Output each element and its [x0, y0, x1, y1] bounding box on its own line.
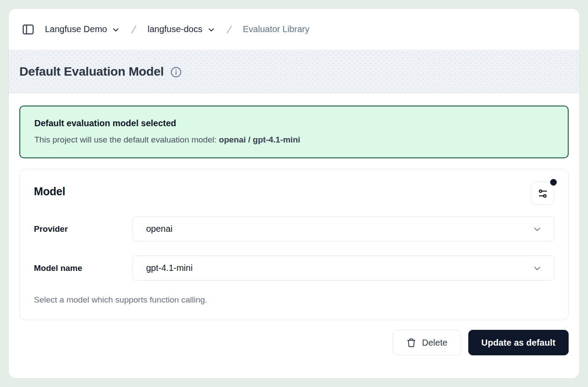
notification-dot	[550, 179, 557, 186]
provider-row: Provider openai	[34, 216, 554, 241]
slash-separator-icon	[224, 24, 235, 35]
model-card: Model Provider openai	[19, 169, 569, 320]
delete-button[interactable]: Delete	[393, 330, 461, 355]
provider-select[interactable]: openai	[132, 216, 554, 241]
model-name-row: Model name gpt-4.1-mini	[34, 256, 554, 281]
chevron-down-icon	[207, 26, 216, 34]
sliders-icon	[537, 188, 548, 199]
main-content: Default evaluation model selected This p…	[9, 93, 579, 378]
alert-body-text: This project will use the default evalua…	[34, 135, 219, 144]
breadcrumb-project-dropdown[interactable]: langfuse-docs	[147, 24, 216, 34]
update-button-label: Update as default	[481, 338, 555, 348]
app-window: Langfuse Demo langfuse-docs	[9, 9, 579, 378]
sidebar-toggle-button[interactable]	[19, 21, 37, 38]
page-header: Default Evaluation Model	[9, 50, 579, 93]
trash-icon	[406, 338, 416, 348]
chevron-down-icon	[532, 224, 542, 234]
breadcrumb-org-label: Langfuse Demo	[45, 24, 107, 34]
breadcrumb-project-label: langfuse-docs	[147, 24, 202, 34]
model-card-title: Model	[34, 182, 65, 198]
action-bar: Delete Update as default	[19, 330, 569, 355]
alert-model-name: openai / gpt-4.1-mini	[219, 135, 300, 144]
provider-select-value: openai	[146, 224, 173, 234]
delete-button-label: Delete	[422, 338, 448, 348]
alert-title: Default evaluation model selected	[34, 118, 554, 128]
default-model-alert: Default evaluation model selected This p…	[19, 106, 569, 158]
chevron-down-icon	[532, 263, 542, 274]
update-as-default-button[interactable]: Update as default	[468, 330, 569, 355]
model-name-label: Model name	[34, 263, 132, 273]
chevron-down-icon	[111, 26, 120, 34]
alert-body: This project will use the default evalua…	[34, 135, 554, 145]
panel-left-icon	[22, 23, 35, 36]
breadcrumb-current-page: Evaluator Library	[243, 24, 309, 34]
breadcrumb-org-dropdown[interactable]: Langfuse Demo	[45, 24, 120, 34]
provider-label: Provider	[34, 224, 132, 234]
page-title: Default Evaluation Model	[19, 65, 164, 79]
info-icon[interactable]	[170, 66, 182, 78]
model-card-header: Model	[34, 182, 554, 205]
advanced-settings-button[interactable]	[531, 182, 554, 205]
model-name-select[interactable]: gpt-4.1-mini	[132, 256, 554, 281]
slash-separator-icon	[128, 24, 140, 35]
model-helper-text: Select a model which supports function c…	[34, 295, 554, 305]
model-name-select-value: gpt-4.1-mini	[146, 263, 193, 273]
breadcrumb-bar: Langfuse Demo langfuse-docs	[9, 9, 579, 50]
